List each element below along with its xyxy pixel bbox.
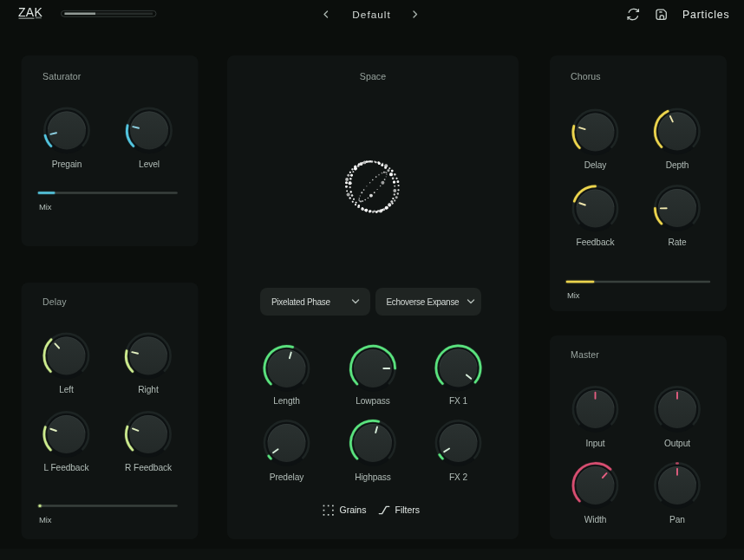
svg-text:Level: Level xyxy=(139,160,160,169)
svg-text:Highpass: Highpass xyxy=(355,472,391,482)
svg-text:Mix: Mix xyxy=(39,202,52,212)
svg-text:Depth: Depth xyxy=(666,160,689,170)
svg-text:Predelay: Predelay xyxy=(270,472,304,482)
svg-text:R Feedback: R Feedback xyxy=(125,463,173,472)
svg-text:Lowpass: Lowpass xyxy=(356,396,390,406)
svg-text:Particles: Particles xyxy=(682,9,729,21)
svg-text:Grains: Grains xyxy=(340,505,367,515)
svg-text:Right: Right xyxy=(138,385,159,394)
svg-text:Pan: Pan xyxy=(669,515,685,524)
svg-text:Rate: Rate xyxy=(668,238,687,247)
svg-text:Filters: Filters xyxy=(395,505,421,515)
svg-text:FX 2: FX 2 xyxy=(449,472,468,482)
svg-text:Input: Input xyxy=(585,439,604,448)
svg-text:Space: Space xyxy=(360,71,387,81)
svg-text:Left: Left xyxy=(59,385,74,394)
svg-text:Delay: Delay xyxy=(584,160,608,170)
svg-text:L Feedback: L Feedback xyxy=(44,463,90,472)
svg-text:Output: Output xyxy=(664,439,690,448)
svg-text:Master: Master xyxy=(571,349,599,360)
svg-text:Echoverse Expanse: Echoverse Expanse xyxy=(387,297,460,307)
svg-text:Pregain: Pregain xyxy=(52,160,82,169)
svg-text:FX 1: FX 1 xyxy=(449,396,468,406)
svg-text:Saturator: Saturator xyxy=(42,71,82,81)
svg-text:Mix: Mix xyxy=(567,290,580,300)
svg-text:Delay: Delay xyxy=(42,296,67,307)
svg-text:Length: Length xyxy=(273,396,300,406)
svg-text:Default: Default xyxy=(352,9,390,21)
svg-text:Feedback: Feedback xyxy=(577,238,616,247)
svg-text:Pixelated Phase: Pixelated Phase xyxy=(271,297,331,307)
svg-text:Width: Width xyxy=(584,515,607,524)
svg-text:Mix: Mix xyxy=(39,515,52,524)
svg-text:Chorus: Chorus xyxy=(571,71,601,81)
